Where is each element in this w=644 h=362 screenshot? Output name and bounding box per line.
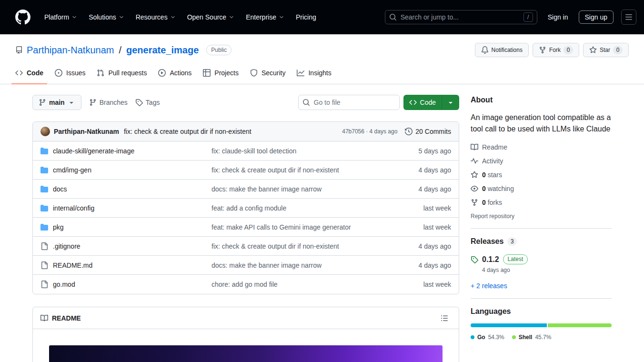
row-age: last week: [399, 204, 451, 212]
nav-item-open-source[interactable]: Open Source: [183, 10, 239, 25]
readme-section: README: [32, 307, 459, 362]
row-age: 5 days ago: [399, 147, 451, 155]
languages-title: Languages: [471, 307, 612, 316]
file-name-link[interactable]: internal/config: [53, 204, 94, 212]
go-to-file-box[interactable]: [298, 95, 400, 110]
chevron-down-icon: [229, 14, 234, 20]
watching-count: 0: [482, 185, 486, 192]
row-commit-message-link[interactable]: fix: check & create output dir if non-ex…: [211, 242, 399, 250]
nav-item-enterprise[interactable]: Enterprise: [242, 10, 289, 25]
more-releases-link[interactable]: + 2 releases: [471, 282, 507, 290]
repo-name-link[interactable]: generate_image: [126, 45, 199, 56]
table-icon: [203, 69, 211, 77]
tab-label: Code: [27, 69, 43, 77]
language-legend: Go 54.3% Shell 45.7%: [471, 334, 612, 341]
table-row[interactable]: .gitignore fix: check & create output di…: [33, 237, 459, 256]
file-name-link[interactable]: pkg: [53, 223, 64, 231]
readme-body: [33, 329, 459, 362]
global-header: Platform Solutions Resources Open Source…: [0, 0, 644, 34]
forks-link[interactable]: 0 forks: [471, 199, 612, 206]
file-name-link[interactable]: .gitignore: [53, 242, 80, 250]
play-icon: [158, 69, 166, 77]
readme-outline-button[interactable]: [438, 312, 451, 325]
eye-icon: [471, 185, 478, 192]
file-name-link[interactable]: go.mod: [53, 281, 75, 288]
shield-icon: [250, 69, 258, 77]
sign-in-link[interactable]: Sign in: [545, 11, 571, 23]
tab-label: Security: [262, 69, 286, 77]
readme-link[interactable]: Readme: [471, 143, 612, 151]
branches-link[interactable]: Branches: [85, 99, 131, 106]
code-button-main[interactable]: Code: [403, 95, 442, 110]
repo-description: An image generation tool compatible as a…: [471, 112, 612, 135]
release-version-link[interactable]: 0.1.2: [482, 255, 499, 264]
book-icon: [471, 143, 478, 151]
row-commit-message-link[interactable]: docs: make the banner image narrow: [211, 185, 399, 193]
tab-insights[interactable]: Insights: [293, 62, 335, 84]
row-commit-message-link[interactable]: chore: add go mod file: [211, 281, 399, 288]
file-name-link[interactable]: README.md: [53, 261, 92, 269]
search-icon: [302, 99, 310, 106]
nav-item-pricing[interactable]: Pricing: [292, 10, 321, 25]
stars-link[interactable]: 0 stars: [471, 171, 612, 179]
activity-link[interactable]: Activity: [471, 157, 612, 165]
tab-issues[interactable]: Issues: [51, 62, 89, 84]
language-percent: 54.3%: [488, 334, 504, 341]
report-repository-link[interactable]: Report repository: [471, 213, 514, 220]
github-mark-icon: [15, 10, 30, 25]
row-commit-message-link[interactable]: feat: add a config module: [211, 204, 399, 212]
tags-link[interactable]: Tags: [131, 99, 164, 106]
table-row[interactable]: claude-skill/generate-image fix: claude-…: [33, 141, 459, 161]
notifications-button[interactable]: Notifications: [475, 43, 529, 57]
menu-button[interactable]: [621, 10, 636, 25]
language-legend-item-shell[interactable]: Shell 45.7%: [512, 334, 552, 341]
sign-up-button[interactable]: Sign up: [579, 10, 614, 24]
tab-code[interactable]: Code: [11, 62, 47, 84]
table-row[interactable]: go.mod chore: add go mod file last week: [33, 275, 459, 294]
file-name-link[interactable]: cmd/img-gen: [53, 166, 91, 174]
github-logo[interactable]: [15, 10, 30, 25]
language-bar: [471, 323, 612, 327]
readme-title: README: [52, 314, 81, 322]
row-commit-message-link[interactable]: fix: check & create output dir if non-ex…: [211, 166, 399, 174]
table-row[interactable]: cmd/img-gen fix: check & create output d…: [33, 161, 459, 180]
file-name-link[interactable]: docs: [53, 185, 67, 193]
repo-owner-link[interactable]: Parthipan-Natkunam: [27, 45, 114, 56]
table-row[interactable]: pkg feat: make API calls to Gemini image…: [33, 218, 459, 237]
nav-item-solutions[interactable]: Solutions: [84, 10, 129, 25]
readme-link-label: Readme: [482, 143, 507, 151]
star-button[interactable]: Star 0: [583, 43, 629, 57]
nav-label: Enterprise: [246, 13, 276, 21]
table-row[interactable]: README.md docs: make the banner image na…: [33, 256, 459, 275]
table-row[interactable]: internal/config feat: add a config modul…: [33, 199, 459, 218]
nav-item-resources[interactable]: Resources: [131, 10, 180, 25]
fork-button[interactable]: Fork 0: [533, 43, 579, 57]
tab-security[interactable]: Security: [246, 62, 290, 84]
commit-author-link[interactable]: Parthipan-Natkunam: [54, 128, 119, 135]
file-icon: [40, 281, 48, 288]
go-to-file-input[interactable]: [314, 99, 395, 106]
row-commit-message-link[interactable]: fix: claude-skill tool detection: [211, 147, 399, 155]
language-legend-item-go[interactable]: Go 54.3%: [471, 334, 504, 341]
table-row[interactable]: docs docs: make the banner image narrow …: [33, 180, 459, 199]
row-commit-message-link[interactable]: docs: make the banner image narrow: [211, 261, 399, 269]
global-search-box[interactable]: /: [385, 10, 537, 24]
commit-history-link[interactable]: 20 Commits: [405, 128, 451, 135]
commit-message-link[interactable]: fix: check & create output dir if non-ex…: [124, 128, 252, 135]
commit-sha-time-link[interactable]: 47b7056 · 4 days ago: [342, 128, 397, 135]
tag-icon: [135, 99, 143, 106]
row-commit-message-link[interactable]: feat: make API calls to Gemini image gen…: [211, 223, 399, 231]
watching-link[interactable]: 0 watching: [471, 185, 612, 192]
code-button-caret[interactable]: [442, 95, 459, 110]
avatar[interactable]: [40, 127, 50, 136]
nav-item-platform[interactable]: Platform: [40, 10, 81, 25]
language-bar-segment: [471, 323, 547, 327]
tab-projects[interactable]: Projects: [199, 62, 242, 84]
tab-pull-requests[interactable]: Pull requests: [93, 62, 151, 84]
global-search-input[interactable]: [401, 13, 520, 21]
tab-actions[interactable]: Actions: [154, 62, 195, 84]
file-name-link[interactable]: claude-skill/generate-image: [53, 147, 134, 155]
star-icon: [471, 171, 478, 179]
nav-label: Platform: [44, 13, 69, 21]
branch-selector-button[interactable]: main: [32, 95, 81, 110]
